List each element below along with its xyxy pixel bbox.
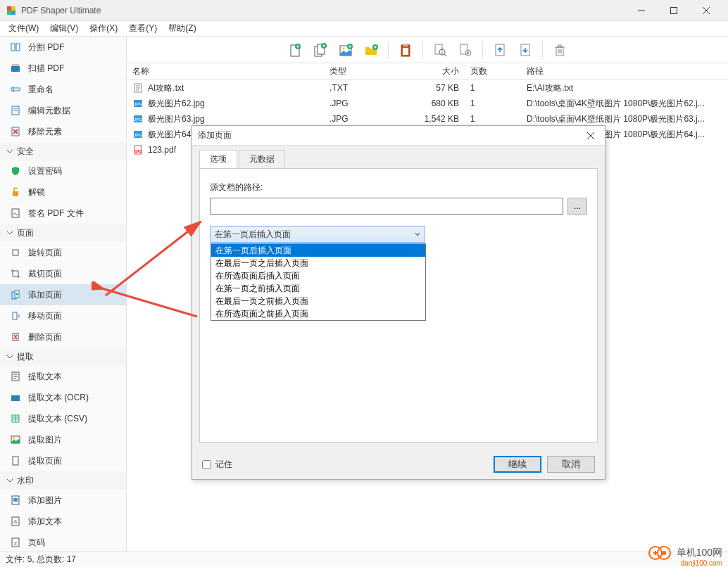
browse-button[interactable]: ... xyxy=(567,198,587,215)
tab-options[interactable]: 选项 xyxy=(199,150,237,168)
separator xyxy=(542,42,543,58)
svg-rect-75 xyxy=(558,45,561,47)
sidebar-item-addtext[interactable]: A添加文本 xyxy=(0,511,126,532)
svg-rect-7 xyxy=(12,64,19,66)
col-path[interactable]: 路径 xyxy=(521,65,728,77)
txt-icon xyxy=(132,82,144,94)
status-text: 文件: 5, 总页数: 17 xyxy=(6,554,76,566)
sidebar-item-rename[interactable]: 重命名 xyxy=(0,79,126,100)
file-name: 极光图片64 xyxy=(148,129,191,141)
close-button[interactable] xyxy=(690,0,722,21)
sidebar-item-scan[interactable]: 扫描 PDF xyxy=(0,58,126,79)
sidebar-label: 添加页面 xyxy=(28,289,62,301)
crop-icon xyxy=(10,268,21,279)
svg-text:PDF: PDF xyxy=(135,150,142,153)
sidebar-item-extract-page[interactable]: 提取页面 xyxy=(0,450,126,471)
svg-rect-63 xyxy=(403,44,408,46)
svg-rect-38 xyxy=(13,457,18,465)
file-name: 极光图片62.jpg xyxy=(148,98,205,110)
file-path: D:\tools\桌面\4K壁纸图片 1080P\极光图片62.j... xyxy=(521,98,728,110)
table-row[interactable]: JPG极光图片62.jpg.JPG680 KB1D:\tools\桌面\4K壁纸… xyxy=(127,96,728,111)
svg-rect-31 xyxy=(11,395,20,401)
sidebar-item-remove-elem[interactable]: 移除元素 xyxy=(0,121,126,142)
minimize-button[interactable] xyxy=(625,0,658,21)
svg-rect-16 xyxy=(13,191,18,196)
unlock-icon xyxy=(10,186,21,198)
rename-icon xyxy=(10,84,21,95)
sidebar-label: 添加图片 xyxy=(28,495,62,507)
sidebar-item-extract-ocr[interactable]: 提取文本 (OCR) xyxy=(0,387,126,408)
menu-file[interactable]: 文件(W) xyxy=(3,21,44,36)
menu-help[interactable]: 帮助(Z) xyxy=(163,21,201,36)
sidebar-item-extract-img[interactable]: 提取图片 xyxy=(0,429,126,450)
dropdown-option[interactable]: 在第一页后插入页面 xyxy=(211,244,425,257)
dropdown-option[interactable]: 在最后一页之后插入页面 xyxy=(211,257,425,269)
sidebar-label: 设置密码 xyxy=(28,165,62,177)
tb-add-files[interactable] xyxy=(309,39,332,61)
maximize-button[interactable] xyxy=(658,0,690,21)
sidebar-group-extract[interactable]: 提取 xyxy=(0,348,126,366)
col-size[interactable]: 大小 xyxy=(408,65,465,77)
table-row[interactable]: AI攻略.txt.TXT57 KB1E:\AI攻略.txt xyxy=(127,80,728,96)
addpage-icon xyxy=(10,289,21,300)
dropdown-option[interactable]: 在所选页面之前插入页面 xyxy=(211,307,425,320)
sidebar-item-unlock[interactable]: 解锁 xyxy=(0,181,126,203)
sidebar-item-movepage[interactable]: 移动页面 xyxy=(0,305,126,326)
dialog-tabs: 选项 元数据 xyxy=(192,146,605,168)
sidebar-item-crop[interactable]: 裁切页面 xyxy=(0,263,126,284)
sidebar-label: 裁切页面 xyxy=(28,268,62,280)
sidebar-group-security[interactable]: 安全 xyxy=(0,142,126,160)
sidebar-item-delpage[interactable]: 删除页面 xyxy=(0,326,126,348)
tb-add-image[interactable] xyxy=(334,39,357,61)
tb-trash[interactable] xyxy=(548,39,571,61)
svg-rect-40 xyxy=(13,498,18,502)
tb-down[interactable] xyxy=(514,39,536,61)
cancel-button[interactable]: 取消 xyxy=(547,456,595,473)
sidebar-item-password[interactable]: 设置密码 xyxy=(0,160,126,181)
col-pages[interactable]: 页数 xyxy=(465,65,521,77)
menu-action[interactable]: 操作(X) xyxy=(84,21,123,36)
tb-find[interactable] xyxy=(429,39,451,61)
sidebar-item-addimg[interactable]: 添加图片 xyxy=(0,490,126,511)
tb-up[interactable] xyxy=(489,39,511,61)
shield-icon xyxy=(10,165,21,177)
remember-checkbox[interactable]: 记住 xyxy=(202,459,232,471)
table-row[interactable]: JPG极光图片63.jpg.JPG1,542 KB1D:\tools\桌面\4K… xyxy=(127,111,728,127)
insert-position-select[interactable]: 在第一页后插入页面 在第一页后插入页面 在最后一页之后插入页面 在所选页面后插入… xyxy=(210,226,425,243)
tb-add-file[interactable] xyxy=(284,39,306,61)
dropdown-option[interactable]: 在所选页面后插入页面 xyxy=(211,269,425,282)
dropdown-option[interactable]: 在第一页之前插入页面 xyxy=(211,282,425,295)
dialog-close-button[interactable] xyxy=(582,127,599,144)
sidebar-item-metadata[interactable]: 编辑元数据 xyxy=(0,100,126,121)
sidebar-item-sign[interactable]: 签名 PDF 文件 xyxy=(0,203,126,224)
sidebar-item-addpage[interactable]: 添加页面 xyxy=(0,284,126,305)
sidebar-item-extract-text[interactable]: 提取文本 xyxy=(0,366,126,387)
menu-edit[interactable]: 编辑(V) xyxy=(44,21,84,36)
tab-metadata[interactable]: 元数据 xyxy=(239,150,285,168)
remember-input[interactable] xyxy=(202,460,211,469)
sidebar-item-rotate[interactable]: 旋转页面 xyxy=(0,242,126,263)
tb-paste[interactable] xyxy=(394,39,417,61)
sidebar-group-watermark[interactable]: 水印 xyxy=(0,471,126,490)
sidebar-item-extract-csv[interactable]: 提取文本 (CSV) xyxy=(0,408,126,429)
col-type[interactable]: 类型 xyxy=(324,65,408,77)
tb-add-folder[interactable] xyxy=(360,39,382,61)
menu-view[interactable]: 查看(Y) xyxy=(123,21,163,36)
sidebar-group-page[interactable]: 页面 xyxy=(0,224,126,242)
svg-line-67 xyxy=(444,54,446,56)
sidebar-item-pagenum[interactable]: #页码 xyxy=(0,532,126,552)
jpg-icon: JPG xyxy=(132,129,144,140)
separator xyxy=(482,42,483,58)
file-pages: 1 xyxy=(465,83,521,93)
continue-button[interactable]: 继续 xyxy=(494,456,541,473)
app-title: PDF Shaper Ultimate xyxy=(21,6,625,15)
tb-find-cfg[interactable] xyxy=(454,39,477,61)
col-name[interactable]: 名称 xyxy=(127,65,324,77)
sidebar-item-split[interactable]: 分割 PDF xyxy=(0,37,126,58)
src-path-input[interactable] xyxy=(210,198,563,215)
svg-text:JPG: JPG xyxy=(134,133,142,137)
statusbar: 文件: 5, 总页数: 17 xyxy=(0,552,728,567)
dropdown-option[interactable]: 在最后一页之前插入页面 xyxy=(211,295,425,307)
sidebar-label: 签名 PDF 文件 xyxy=(28,208,84,219)
separator xyxy=(422,42,423,58)
